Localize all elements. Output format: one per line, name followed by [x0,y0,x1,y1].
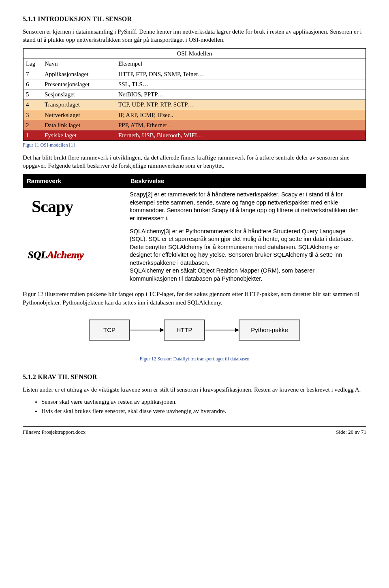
section-heading-intro: 5.1.1 INTRODUKSJON TIL SENSOR [23,15,366,23]
list-item: Hvis det skal brukes flere sensorer, ska… [41,407,366,415]
frameworks-header-beskrivelse: Beskrivelse [126,174,366,188]
osi-header-row: Lag Navn Eksempel [23,59,366,69]
table-row: 3 Nettverkslaget IP, ARP, ICMP, IPsec.. [23,110,366,120]
frameworks-table: Rammeverk Beskrivelse Scapy Scapy[2] er … [23,174,366,285]
svg-marker-2 [160,328,164,332]
osi-title: OSI-Modellen [23,48,366,59]
after-frameworks-paragraph: Figur 12 illustrerer måten pakkene blir … [23,290,366,307]
diagram-box-http: HTTP [176,326,192,333]
dataflow-diagram: TCP HTTP Python-pakke [23,314,366,348]
page-footer: Filnavn: Prosjektrapport.docx Side: 20 a… [23,426,366,436]
table-row: 2 Data link laget PPP, ATM, Ethernet… [23,120,366,130]
svg-marker-5 [235,328,239,332]
osi-header-navn: Navn [42,59,116,69]
table-row: 6 Presentasjonslaget SSL, TLS… [23,79,366,89]
after-osi-paragraph: Det har blitt brukt flere rammeverk i ut… [23,153,366,170]
diagram-box-python: Python-pakke [251,326,288,333]
section-number: 5.1.1 [23,15,36,22]
section-heading-krav: 5.1.2 KRAV TIL SENSOR [23,373,366,381]
sqlalchemy-desc: SQLAlchemy[3] er et Pythonrammeverk for … [126,225,366,285]
scapy-logo: Scapy [26,195,73,218]
scapy-desc: Scapy[2] er et rammeverk for å håndtere … [126,188,366,225]
footer-filename: Filnavn: Prosjektrapport.docx [23,428,85,436]
table-row: 1 Fysiske laget Eterneth, USB, Bluetooth… [23,130,366,141]
diagram-box-tcp: TCP [103,326,115,333]
table-row: 5 Sesjonslaget NetBIOS, PPTP… [23,89,366,100]
table-row: 7 Applikasjonslaget HTTP, FTP, DNS, SNMP… [23,69,366,79]
sqlalchemy-logo: SQLAlchemy [26,248,83,262]
scapy-logo-cell: Scapy [23,188,126,225]
osi-header-lag: Lag [23,59,42,69]
table-row: SQLAlchemy SQLAlchemy[3] er et Pythonram… [23,225,366,285]
osi-caption: Figur 11 OSI-modellen [1] [23,142,366,148]
list-item: Sensor skal være uavhengig av resten av … [41,398,366,406]
table-row: 4 Transportlaget TCP, UDP, NTP, RTP, SCT… [23,100,366,110]
sqlalchemy-logo-cell: SQLAlchemy [23,225,126,285]
osi-header-eksempel: Eksempel [116,59,366,69]
diagram-caption: Figur 12 Sensor: Dataflyt fra transportl… [23,356,366,362]
intro-paragraph: Sensoren er kjernen i datainnsamling i P… [23,28,366,44]
krav-bullets: Sensor skal være uavhengig av resten av … [23,398,366,415]
section-number-2: 5.1.2 [23,373,36,380]
table-row: Scapy Scapy[2] er et rammeverk for å hån… [23,188,366,225]
krav-paragraph: Listen under er et utdrag av de viktigst… [23,386,366,394]
osi-table: OSI-Modellen Lag Navn Eksempel 7 Applika… [23,48,366,141]
footer-page: Side: 20 av 71 [336,428,366,436]
frameworks-header-rammeverk: Rammeverk [23,174,126,188]
